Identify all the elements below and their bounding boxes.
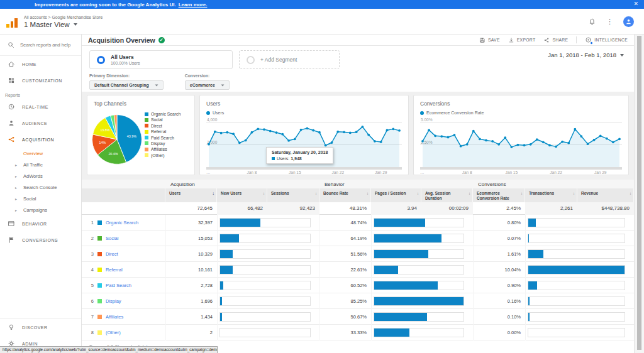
close-icon[interactable]: ✕	[633, 1, 638, 7]
bounce-rate-bar	[371, 325, 473, 340]
sidebar-item-home[interactable]: HOME	[0, 56, 81, 72]
legend-swatch-icon	[145, 118, 148, 122]
sidebar-item-discover[interactable]: DISCOVER	[0, 319, 81, 335]
sidebar-item-conversions[interactable]: CONVERSIONS	[0, 232, 81, 248]
summary-transactions: 2,261	[525, 202, 577, 215]
avatar[interactable]	[623, 16, 634, 27]
channel-link[interactable]: Referral	[106, 267, 123, 273]
column-header-ecommerce-conversion-rate[interactable]: Ecommerce Conversion Rate↕	[473, 188, 525, 202]
sidebar-item-customization[interactable]: CUSTOMIZATION	[0, 72, 81, 89]
conversions-line-chart[interactable]: 5.00%2.50%	[420, 118, 622, 167]
export-button[interactable]: EXPORT	[508, 37, 536, 43]
channel-link[interactable]: Social	[106, 236, 118, 241]
channels-pie-chart[interactable]: 43.9%20.4%14%13.8%	[91, 114, 143, 165]
breadcrumb[interactable]: All accounts > Google Merchandise Store	[24, 15, 103, 19]
legend-swatch-icon	[145, 141, 148, 145]
vertical-scrollbar[interactable]	[634, 35, 644, 353]
sidebar-item-realtime[interactable]: REAL-TIME	[0, 99, 81, 115]
column-header-revenue[interactable]: Revenue↕	[577, 188, 634, 202]
users-bar	[217, 325, 319, 340]
channel-link[interactable]: Direct	[106, 251, 118, 257]
users-chart-card: Users Users 4,0002,000 …Jan 8Jan 15Jan 2…	[199, 95, 409, 175]
home-icon	[8, 60, 15, 68]
column-header-new-users[interactable]: New Users↕	[217, 188, 267, 202]
view-selector[interactable]: 1 Master View	[24, 21, 103, 28]
expand-arrow-icon: ▸	[15, 208, 19, 212]
legend-item: Affiliates	[145, 147, 180, 151]
sidebar: Search reports and help HOME CUSTOMIZATI…	[0, 35, 82, 353]
save-button[interactable]: SAVE	[479, 37, 500, 43]
summary-bounce-rate: 48.31%	[319, 202, 371, 215]
channel-swatch-icon	[97, 268, 102, 272]
add-segment-button[interactable]: + Add Segment	[239, 50, 340, 69]
sidebar-item-social[interactable]: ▸ Social	[0, 193, 81, 204]
sidebar-item-overview[interactable]: Overview	[0, 148, 81, 159]
intelligence-button[interactable]: INTELLIGENCE	[585, 36, 628, 43]
bounce-rate-value: 33.33%	[319, 325, 371, 340]
column-header-users[interactable]: Users↓	[165, 188, 217, 202]
legend-item: Display	[145, 141, 180, 146]
learn-more-link[interactable]: Learn more.	[179, 2, 208, 8]
column-header-sessions[interactable]: Sessions↕	[267, 188, 319, 202]
column-header-avg-session-duration[interactable]: Avg. Session Duration↕	[421, 188, 473, 202]
channel-swatch-icon	[97, 283, 102, 288]
legend-swatch-icon	[145, 136, 148, 139]
scrollbar-thumb[interactable]	[637, 36, 641, 350]
users-bar	[217, 293, 319, 309]
legend-item: Direct	[145, 124, 180, 128]
expand-arrow-icon: ▸	[15, 163, 19, 167]
notifications-bell-icon[interactable]	[588, 18, 596, 26]
legend-label: Paid Search	[151, 136, 174, 140]
conversion-select[interactable]: eCommerce	[185, 80, 230, 90]
channel-link[interactable]: Affiliates	[106, 314, 123, 320]
chevron-down-icon	[155, 84, 158, 86]
bounce-rate-bar	[371, 215, 473, 231]
lightbulb-icon	[8, 323, 15, 331]
channel-swatch-icon	[97, 330, 102, 335]
users-value: 1,696	[165, 293, 217, 309]
column-header-transactions[interactable]: Transactions↕	[525, 188, 577, 202]
users-value: 32,397	[165, 215, 217, 231]
bounce-rate-bar	[371, 262, 473, 278]
chart-title: Top Channels	[87, 95, 194, 107]
sidebar-item-adwords[interactable]: ▸ AdWords	[0, 170, 81, 182]
main-content: Acquisition Overview ✓ SAVE EXPORT SHARE	[82, 35, 634, 353]
conversion-rate-bar	[525, 309, 634, 325]
analytics-logo-icon[interactable]	[6, 17, 19, 28]
channel-link[interactable]: Organic Search	[106, 220, 138, 225]
channel-swatch-icon	[97, 252, 102, 256]
sidebar-item-all-traffic[interactable]: ▸ All Traffic	[0, 159, 81, 170]
column-header-bounce-rate[interactable]: Bounce Rate↕	[319, 188, 371, 202]
share-button[interactable]: SHARE	[543, 37, 568, 43]
channel-link[interactable]: (Other)	[106, 330, 121, 335]
app-header: All accounts > Google Merchandise Store …	[0, 9, 644, 35]
primary-dimension-select[interactable]: Default Channel Grouping	[89, 80, 164, 90]
column-header-pages-session[interactable]: Pages / Session↕	[371, 188, 421, 202]
segment-all-users[interactable]: All Users 100.00% Users	[89, 50, 233, 69]
sidebar-item-audience[interactable]: AUDIENCE	[0, 115, 81, 131]
channel-link[interactable]: Paid Search	[106, 283, 131, 288]
legend-item: Paid Search	[145, 136, 180, 140]
sidebar-item-campaigns[interactable]: ▸ Campaigns	[0, 204, 81, 215]
row-rank: 7	[88, 314, 94, 320]
date-range-selector[interactable]: Jan 1, 2018 - Feb 1, 2018	[548, 52, 624, 58]
table-row: 3 Direct 10,329 51.56% 1.61%	[82, 246, 634, 262]
series-legend: Ecommerce Conversion Rate	[414, 107, 628, 116]
search-input[interactable]: Search reports and help	[0, 35, 81, 56]
column-header-channel	[82, 188, 165, 202]
channel-link[interactable]: Display	[106, 298, 121, 304]
users-value: 10,161	[165, 262, 217, 278]
sidebar-item-search-console[interactable]: ▸ Search Console	[0, 182, 81, 193]
chevron-down-icon	[74, 23, 77, 26]
users-bar	[217, 215, 319, 231]
sort-icon: ↕	[630, 192, 631, 197]
svg-text:5.00%: 5.00%	[421, 118, 433, 122]
legend-label: Social	[151, 117, 163, 122]
sidebar-item-behavior[interactable]: BEHAVIOR	[0, 215, 81, 232]
svg-text:43.9%: 43.9%	[127, 134, 136, 138]
legend-label: Organic Search	[151, 112, 180, 116]
sidebar-item-acquisition[interactable]: ACQUISITION	[0, 131, 81, 148]
more-menu-icon[interactable]: ⋮	[606, 18, 613, 25]
users-value: 2	[165, 325, 217, 340]
channel-swatch-icon	[97, 236, 102, 241]
